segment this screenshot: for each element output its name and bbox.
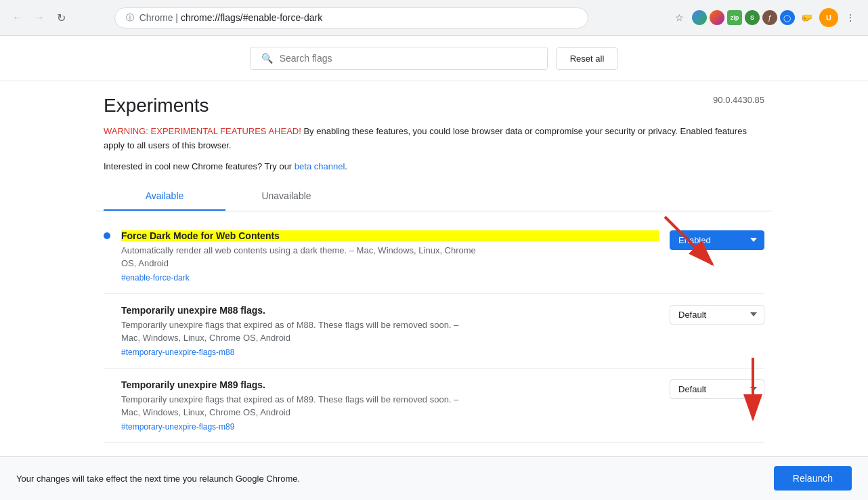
flag-select-force-dark[interactable]: Default Enabled Disabled	[670, 230, 764, 250]
avatar[interactable]: U	[819, 8, 838, 27]
bottom-message: Your changes will take effect the next t…	[16, 474, 300, 484]
tab-unavailable[interactable]: Unavailable	[225, 182, 347, 211]
search-bar-area: 🔍 Reset all	[0, 36, 868, 81]
flag-anchor-m88[interactable]: #temporary-unexpire-flags-m88	[121, 348, 234, 357]
flag-select-m89[interactable]: Default Enabled Disabled	[670, 379, 764, 399]
info-icon: ⓘ	[126, 12, 134, 24]
flag-select-m88[interactable]: Default Enabled Disabled	[670, 305, 764, 325]
tabs-container: Available Unavailable	[95, 182, 773, 211]
flag-title-m89: Temporarily unexpire M89 flags.	[121, 379, 659, 390]
reset-all-button[interactable]: Reset all	[556, 47, 619, 70]
flag-item-left-m89: Temporarily unexpire M89 flags. Temporar…	[121, 379, 659, 432]
back-button[interactable]: ←	[8, 8, 27, 27]
flag-indicator	[104, 232, 110, 239]
flag-item-force-dark: Force Dark Mode for Web Contents Automat…	[104, 220, 764, 294]
ext-icon-4: S	[745, 10, 760, 25]
flag-item-left: Force Dark Mode for Web Contents Automat…	[121, 230, 659, 283]
main-content: Experiments 90.0.4430.85 WARNING: EXPERI…	[95, 81, 773, 465]
flags-list: Force Dark Mode for Web Contents Automat…	[95, 211, 773, 451]
bottom-bar: Your changes will take effect the next t…	[0, 456, 868, 500]
interested-text: Interested in cool new Chrome features? …	[95, 161, 773, 171]
flag-title-m88: Temporarily unexpire M88 flags.	[121, 305, 659, 316]
search-input-wrapper: 🔍	[250, 47, 548, 70]
reload-button[interactable]: ↻	[51, 8, 70, 27]
address-text: Chrome | chrome://flags/#enable-force-da…	[139, 12, 577, 23]
flag-item-left-m88: Temporarily unexpire M88 flags. Temporar…	[121, 305, 659, 357]
beta-channel-link[interactable]: beta channel	[295, 161, 345, 171]
flag-item-m88: Temporarily unexpire M88 flags. Temporar…	[104, 294, 764, 369]
search-input[interactable]	[280, 53, 536, 64]
ext-icon-1	[692, 10, 707, 25]
tab-available[interactable]: Available	[104, 182, 225, 211]
flag-item-right-m88: Default Enabled Disabled	[670, 305, 764, 325]
menu-button[interactable]: ⋮	[841, 8, 860, 27]
search-icon: 🔍	[261, 53, 273, 64]
relaunch-button[interactable]: Relaunch	[774, 466, 852, 491]
toolbar-icons: ☆ zip S ƒ ◯ 🤛 U ⋮	[670, 8, 860, 27]
ext-icon-2	[710, 10, 724, 25]
flag-anchor-m89[interactable]: #temporary-unexpire-flags-m89	[121, 422, 234, 432]
flag-description-m89: Temporarily unexpire flags that expired …	[121, 393, 480, 419]
page-title: Experiments	[104, 95, 209, 117]
ext-icon-5: ƒ	[762, 10, 777, 25]
ext-icon-6: ◯	[780, 10, 795, 25]
forward-button[interactable]: →	[30, 8, 49, 27]
warning-block: WARNING: EXPERIMENTAL FEATURES AHEAD! By…	[95, 125, 773, 153]
version-text: 90.0.4430.85	[713, 95, 764, 105]
flag-item-right-m89: Default Enabled Disabled	[670, 379, 764, 399]
flag-description-force-dark: Automatically render all web contents us…	[121, 244, 480, 270]
flag-item-right-force-dark: Default Enabled Disabled	[670, 230, 764, 250]
page-header: Experiments 90.0.4430.85	[95, 95, 773, 117]
flag-title-force-dark: Force Dark Mode for Web Contents	[121, 230, 659, 241]
extensions-button[interactable]: 🤛	[798, 8, 817, 27]
flag-anchor-force-dark[interactable]: #enable-force-dark	[121, 273, 190, 283]
star-button[interactable]: ☆	[670, 8, 689, 27]
flag-item-m89: Temporarily unexpire M89 flags. Temporar…	[104, 369, 764, 443]
ext-icon-3: zip	[727, 10, 742, 25]
warning-strong: WARNING: EXPERIMENTAL FEATURES AHEAD!	[104, 126, 301, 136]
flag-description-m88: Temporarily unexpire flags that expired …	[121, 318, 480, 345]
address-bar[interactable]: ⓘ Chrome | chrome://flags/#enable-force-…	[114, 7, 588, 28]
